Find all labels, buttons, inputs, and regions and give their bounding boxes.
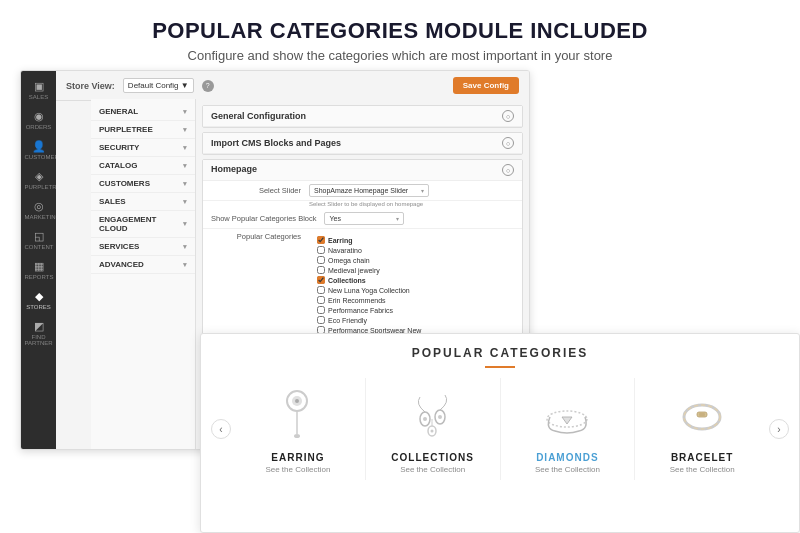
nav-item-advanced[interactable]: ADVANCED ▾ [91, 256, 195, 274]
checkbox-navaratino-input[interactable] [317, 246, 325, 254]
earring-link[interactable]: See the Collection [235, 465, 361, 474]
chevron-icon: ▾ [183, 144, 187, 152]
sidebar-label-content: CONTENT [25, 244, 53, 250]
header-section: POPULAR CATEGORIES MODULE INCLUDED Confi… [0, 0, 800, 75]
diamonds-image [537, 386, 597, 446]
expand-icon: ○ [502, 164, 514, 176]
checkbox-perf-fabrics-input[interactable] [317, 306, 325, 314]
save-config-button[interactable]: Save Config [453, 77, 519, 94]
sidebar-item-purpletree[interactable]: ◈ PURPLETREE [23, 166, 55, 194]
checkbox-earring-label: Earring [328, 237, 353, 244]
diamonds-svg [540, 389, 595, 444]
general-config-section: General Configuration ○ [202, 105, 523, 128]
collections-link[interactable]: See the Collection [370, 465, 496, 474]
earring-svg [270, 389, 325, 444]
nav-item-engagement[interactable]: ENGAGEMENT CLOUD ▾ [91, 211, 195, 238]
sidebar-item-reports[interactable]: ▦ REPORTS [23, 256, 55, 284]
chevron-icon: ▾ [183, 126, 187, 134]
sales-icon: ▣ [25, 80, 53, 93]
checkbox-navaratino: Navaratino [309, 245, 506, 255]
checkbox-navaratino-label: Navaratino [328, 247, 362, 254]
content-icon: ◱ [25, 230, 53, 243]
category-card-earring: EARRING See the Collection [231, 378, 366, 480]
homepage-header[interactable]: Homepage ○ [203, 160, 522, 181]
sidebar-item-orders[interactable]: ◉ ORDERS [23, 106, 55, 134]
slider-label: Select Slider [211, 186, 301, 195]
next-arrow-button[interactable]: › [769, 419, 789, 439]
nav-item-services[interactable]: SERVICES ▾ [91, 238, 195, 256]
partner-icon: ◩ [25, 320, 53, 333]
checkbox-perf-fabrics-label: Performance Fabrics [328, 307, 393, 314]
chevron-icon: ▾ [183, 162, 187, 170]
show-block-select[interactable]: Yes ▾ [324, 212, 404, 225]
checkbox-erin-input[interactable] [317, 296, 325, 304]
earring-name: EARRING [235, 452, 361, 463]
admin-topbar: Store View: Default Config ▼ ? Save Conf… [56, 71, 529, 101]
import-cms-section: Import CMS Blocks and Pages ○ [202, 132, 523, 155]
chevron-icon: ▾ [183, 220, 187, 228]
checkbox-eco-friendly: Eco Friendly [309, 315, 506, 325]
category-card-collections: COLLECTIONS See the Collection [366, 378, 501, 480]
stores-icon: ◆ [25, 290, 53, 303]
orders-icon: ◉ [25, 110, 53, 123]
sidebar-item-marketing[interactable]: ◎ MARKETING [23, 196, 55, 224]
sidebar-item-sales[interactable]: ▣ SALES [23, 76, 55, 104]
slider-select[interactable]: ShopAmaze Homepage Slider ▾ [309, 184, 429, 197]
sidebar-item-stores[interactable]: ◆ STORES [23, 286, 55, 314]
sidebar-item-customers[interactable]: 👤 CUSTOMERS [23, 136, 55, 164]
chevron-icon: ▾ [183, 261, 187, 269]
sidebar-label-orders: ORDERS [25, 124, 53, 130]
checkbox-performance-fabrics: Performance Fabrics [309, 305, 506, 315]
categories-carousel: ‹ EARRING See the Collect [201, 378, 799, 480]
header-subtitle: Configure and show the categories which … [20, 48, 780, 63]
purpletree-icon: ◈ [25, 170, 53, 183]
sidebar-label-partner: FIND PARTNER [25, 334, 53, 346]
svg-point-7 [438, 415, 442, 419]
chevron-icon: ▾ [183, 243, 187, 251]
show-block-form-row: Show Popular Categories Block Yes ▾ [203, 209, 522, 229]
info-icon[interactable]: ? [202, 80, 214, 92]
checkbox-luna-input[interactable] [317, 286, 325, 294]
collections-image [403, 386, 463, 446]
svg-point-2 [295, 399, 299, 403]
slider-form-row: Select Slider ShopAmaze Homepage Slider … [203, 181, 522, 201]
select-arrow-icon: ▾ [396, 215, 399, 222]
checkbox-collections-input[interactable] [317, 276, 325, 284]
import-cms-header[interactable]: Import CMS Blocks and Pages ○ [203, 133, 522, 154]
checkbox-collections-label: Collections [328, 277, 366, 284]
nav-item-sales[interactable]: SALES ▾ [91, 193, 195, 211]
bracelet-link[interactable]: See the Collection [639, 465, 765, 474]
nav-item-purpletree[interactable]: PURPLETREE ▾ [91, 121, 195, 139]
checkbox-earring-input[interactable] [317, 236, 325, 244]
sidebar-item-partner[interactable]: ◩ FIND PARTNER [23, 316, 55, 350]
svg-point-5 [423, 417, 427, 421]
checkbox-luna: New Luna Yoga Collection [309, 285, 506, 295]
checkbox-erin: Erin Recommends [309, 295, 506, 305]
category-card-diamonds: DIAMONDS See the Collection [501, 378, 636, 480]
nav-item-customers[interactable]: CUSTOMERS ▾ [91, 175, 195, 193]
header-title: POPULAR CATEGORIES MODULE INCLUDED [20, 18, 780, 44]
nav-item-catalog[interactable]: CATALOG ▾ [91, 157, 195, 175]
prev-arrow-button[interactable]: ‹ [211, 419, 231, 439]
diamonds-name: DIAMONDS [505, 452, 631, 463]
categories-grid: EARRING See the Collection [231, 378, 769, 480]
sidebar-label-sales: SALES [25, 94, 53, 100]
nav-item-security[interactable]: SECURITY ▾ [91, 139, 195, 157]
slider-hint: Select Slider to be displayed on homepag… [203, 201, 522, 209]
popular-categories-showcase: POPULAR CATEGORIES ‹ [200, 333, 800, 533]
general-config-header[interactable]: General Configuration ○ [203, 106, 522, 127]
chevron-icon: ▾ [183, 108, 187, 116]
expand-icon: ○ [502, 110, 514, 122]
checkbox-omega-label: Omega chain [328, 257, 370, 264]
nav-item-general[interactable]: GENERAL ▾ [91, 103, 195, 121]
diamonds-link[interactable]: See the Collection [505, 465, 631, 474]
marketing-icon: ◎ [25, 200, 53, 213]
sidebar-item-content[interactable]: ◱ CONTENT [23, 226, 55, 254]
sidebar-label-purpletree: PURPLETREE [25, 184, 53, 190]
showcase-underline [485, 366, 515, 368]
store-view-select[interactable]: Default Config ▼ [123, 78, 194, 93]
checkbox-eco-friendly-input[interactable] [317, 316, 325, 324]
checkbox-medieval-input[interactable] [317, 266, 325, 274]
checkbox-omega-input[interactable] [317, 256, 325, 264]
chevron-icon: ▾ [183, 180, 187, 188]
